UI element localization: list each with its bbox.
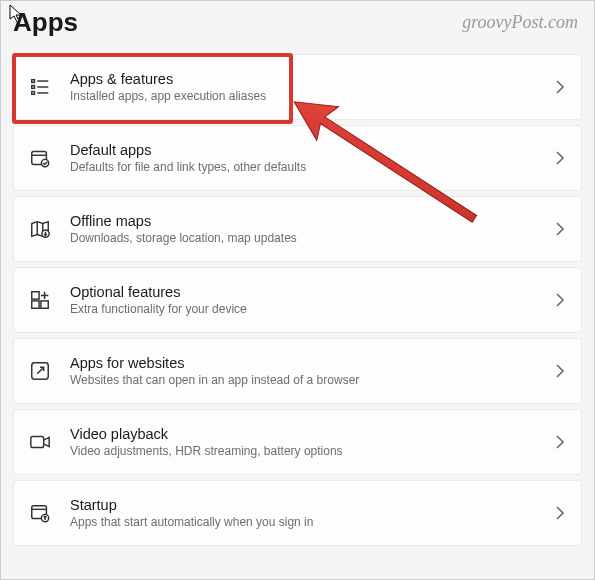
startup-icon (28, 501, 52, 525)
chevron-right-icon (555, 506, 565, 520)
item-title: Offline maps (70, 212, 537, 230)
item-title: Apps & features (70, 70, 537, 88)
item-texts: Apps for websites Websites that can open… (70, 354, 537, 389)
chevron-right-icon (555, 435, 565, 449)
svg-rect-4 (32, 92, 35, 95)
item-texts: Optional features Extra functionality fo… (70, 283, 537, 318)
item-texts: Offline maps Downloads, storage location… (70, 212, 537, 247)
chevron-right-icon (555, 293, 565, 307)
item-texts: Startup Apps that start automatically wh… (70, 496, 537, 531)
offline-maps-icon (28, 217, 52, 241)
svg-rect-13 (31, 437, 44, 448)
item-title: Startup (70, 496, 537, 514)
item-subtitle: Installed apps, app execution aliases (70, 89, 537, 105)
svg-rect-10 (41, 301, 48, 308)
item-video-playback[interactable]: Video playback Video adjustments, HDR st… (13, 409, 582, 475)
watermark: groovyPost.com (462, 12, 578, 33)
item-subtitle: Video adjustments, HDR streaming, batter… (70, 444, 537, 460)
optional-features-icon (28, 288, 52, 312)
item-optional-features[interactable]: Optional features Extra functionality fo… (13, 267, 582, 333)
item-title: Optional features (70, 283, 537, 301)
default-apps-icon (28, 146, 52, 170)
chevron-right-icon (555, 364, 565, 378)
page-title: Apps (13, 7, 78, 38)
item-subtitle: Extra functionality for your device (70, 302, 537, 318)
svg-rect-11 (32, 301, 39, 308)
item-subtitle: Websites that can open in an app instead… (70, 373, 537, 389)
svg-rect-9 (32, 292, 39, 299)
settings-list: Apps & features Installed apps, app exec… (1, 42, 594, 546)
item-texts: Video playback Video adjustments, HDR st… (70, 425, 537, 460)
item-subtitle: Apps that start automatically when you s… (70, 515, 537, 531)
video-playback-icon (28, 430, 52, 454)
svg-rect-0 (32, 80, 35, 83)
svg-rect-2 (32, 86, 35, 89)
page-header: Apps groovyPost.com (1, 1, 594, 42)
item-offline-maps[interactable]: Offline maps Downloads, storage location… (13, 196, 582, 262)
chevron-right-icon (555, 80, 565, 94)
chevron-right-icon (555, 151, 565, 165)
item-texts: Apps & features Installed apps, app exec… (70, 70, 537, 105)
item-apps-websites[interactable]: Apps for websites Websites that can open… (13, 338, 582, 404)
item-title: Apps for websites (70, 354, 537, 372)
item-title: Default apps (70, 141, 537, 159)
chevron-right-icon (555, 222, 565, 236)
item-title: Video playback (70, 425, 537, 443)
apps-websites-icon (28, 359, 52, 383)
item-subtitle: Defaults for file and link types, other … (70, 160, 537, 176)
item-startup[interactable]: Startup Apps that start automatically wh… (13, 480, 582, 546)
item-apps-features[interactable]: Apps & features Installed apps, app exec… (13, 54, 582, 120)
item-texts: Default apps Defaults for file and link … (70, 141, 537, 176)
item-subtitle: Downloads, storage location, map updates (70, 231, 537, 247)
apps-features-icon (28, 75, 52, 99)
item-default-apps[interactable]: Default apps Defaults for file and link … (13, 125, 582, 191)
